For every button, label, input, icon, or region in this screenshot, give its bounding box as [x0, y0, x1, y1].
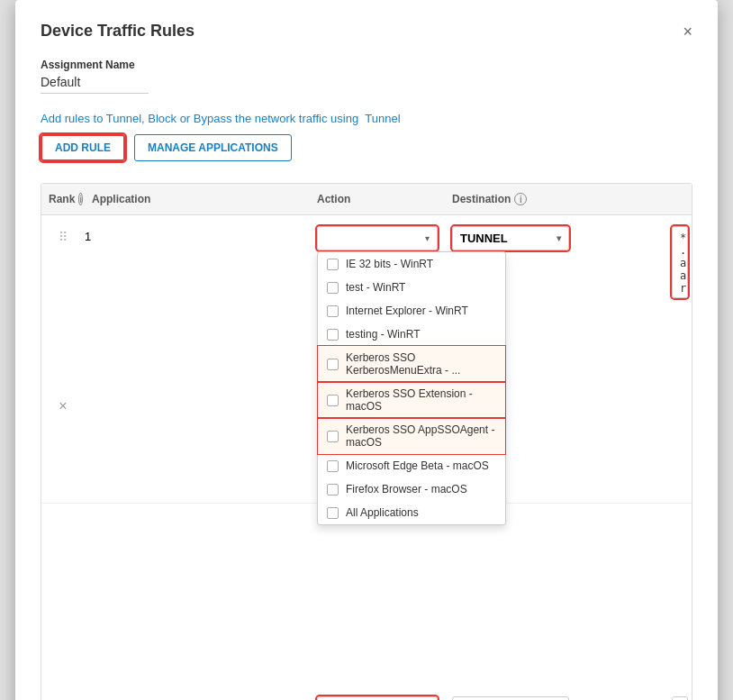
assignment-name-value: Default — [41, 75, 149, 94]
rank-1: 1 — [85, 230, 91, 243]
app-dropdown-trigger-1[interactable]: ▾ — [317, 226, 438, 250]
add-rules-section: Add rules to Tunnel, Block or Bypass the… — [41, 112, 692, 172]
th-remove — [665, 189, 692, 209]
dropdown-item[interactable]: testing - WinRT — [318, 323, 505, 346]
action-buttons-row: ADD RULE MANAGE APPLICATIONS — [41, 134, 692, 161]
action-cell-2: BLOCK ▾ — [445, 689, 665, 700]
table-header: Rank i Application Action Destination i — [41, 184, 692, 215]
app-cell-1: ▾ IE 32 bits - WinRT test - WinRT Intern… — [310, 219, 445, 258]
add-rule-button[interactable]: ADD RULE — [41, 134, 125, 161]
table-row: ⠿ 1 ▾ IE 32 bits - WinRT test - WinRT In… — [41, 215, 692, 504]
dropdown-item[interactable]: All Applications — [318, 501, 505, 524]
dest-input-1[interactable]: *.aar weuc.com, *.be .com — [672, 226, 688, 298]
checkbox-ie32[interactable] — [327, 259, 339, 270]
checkbox-test[interactable] — [327, 282, 339, 294]
row-num-2: 2 — [85, 689, 310, 700]
app-dropdown-trigger-2[interactable]: ▾ — [317, 696, 438, 700]
checkbox-edge-beta[interactable] — [327, 460, 339, 472]
chevron-down-icon: ▾ — [425, 233, 430, 243]
rules-table: Rank i Application Action Destination i … — [41, 183, 692, 700]
table-row: ⠿ 2 ▾ Microsoft Edge - WinRT × Chrome - … — [41, 684, 692, 700]
checkbox-testing[interactable] — [327, 329, 339, 341]
action-value-1: TUNNEL — [460, 232, 508, 245]
th-application: Application — [85, 189, 310, 209]
drag-handle-2[interactable]: ⠿ — [41, 689, 85, 700]
assignment-section: Assignment Name Default — [41, 59, 692, 94]
action-select-1[interactable]: TUNNEL ▾ — [452, 226, 569, 250]
close-icon[interactable]: × — [683, 23, 692, 40]
action-select-2[interactable]: BLOCK ▾ — [452, 696, 569, 700]
th-rank: Rank i — [41, 189, 85, 209]
destination-info-icon[interactable]: i — [514, 193, 527, 205]
dialog-title: Device Traffic Rules — [41, 22, 195, 41]
th-destination: Destination i — [445, 189, 665, 209]
manage-applications-button[interactable]: MANAGE APPLICATIONS — [134, 134, 292, 161]
remove-row-1[interactable]: × — [41, 387, 85, 422]
dropdown-item-kerberos2[interactable]: Kerberos SSO Extension - macOS — [318, 382, 505, 418]
action-chevron-1: ▾ — [557, 233, 561, 243]
dropdown-item[interactable]: IE 32 bits - WinRT — [318, 252, 505, 276]
dropdown-item[interactable]: test - WinRT — [318, 276, 505, 299]
checkbox-ie[interactable] — [327, 305, 339, 317]
rules-description: Add rules to Tunnel, Block or Bypass the… — [41, 112, 692, 125]
checkbox-kerberos2[interactable] — [327, 395, 339, 406]
dest-input-2[interactable]: *facebook.com, *download.com, *cnn.com — [672, 696, 688, 700]
checkbox-kerberos3[interactable] — [327, 431, 339, 442]
checkbox-kerberos1[interactable] — [327, 359, 339, 370]
rank-info-icon[interactable]: i — [78, 193, 83, 205]
assignment-name-label: Assignment Name — [41, 59, 692, 71]
dest-cell-2: *facebook.com, *download.com, *cnn.com — [665, 689, 692, 700]
row-num-1: 1 — [85, 219, 310, 243]
app-dropdown-menu-1: IE 32 bits - WinRT test - WinRT Internet… — [317, 251, 506, 525]
app-cell-2: ▾ Microsoft Edge - WinRT × Chrome - WinR… — [310, 689, 445, 700]
device-traffic-rules-dialog: Device Traffic Rules × Assignment Name D… — [15, 0, 718, 700]
dropdown-item-kerberos1[interactable]: Kerberos SSO KerberosMenuExtra - ... — [318, 346, 505, 382]
checkbox-firefox[interactable] — [327, 484, 339, 495]
th-action: Action — [310, 189, 445, 209]
dropdown-item[interactable]: Microsoft Edge Beta - macOS — [318, 454, 505, 477]
dropdown-item[interactable]: Firefox Browser - macOS — [318, 477, 505, 501]
dropdown-item-kerberos3[interactable]: Kerberos SSO AppSSOAgent - macOS — [318, 418, 505, 454]
dest-cell-1: *.aar weuc.com, *.be .com — [665, 219, 692, 309]
dialog-header: Device Traffic Rules × — [41, 22, 692, 41]
checkbox-all[interactable] — [327, 507, 339, 519]
rules-mode: Tunnel — [365, 112, 400, 125]
dropdown-item[interactable]: Internet Explorer - WinRT — [318, 299, 505, 323]
drag-handle-1[interactable]: ⠿ — [41, 219, 85, 251]
